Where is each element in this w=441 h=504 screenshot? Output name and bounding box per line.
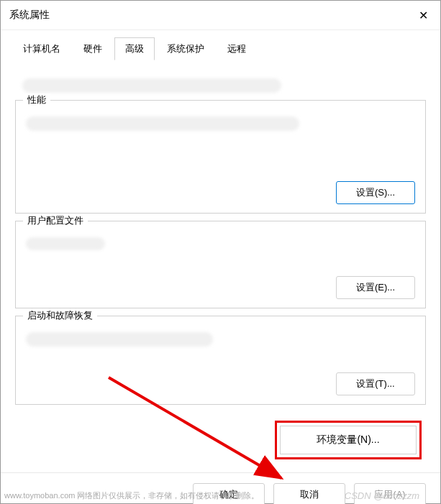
dialog-title: 系统属性: [9, 9, 50, 22]
user-profile-settings-button[interactable]: 设置(E)...: [336, 276, 415, 299]
environment-variables-button[interactable]: 环境变量(N)...: [280, 426, 417, 454]
group-startup-title: 启动和故障恢复: [23, 309, 97, 322]
tab-hardware[interactable]: 硬件: [73, 37, 113, 60]
watermark-right: CSDN @dcczzzm: [345, 490, 419, 501]
annotation-highlight-box: 环境变量(N)...: [275, 421, 422, 459]
redacted-text: [26, 237, 105, 250]
system-properties-dialog: 系统属性 ✕ 计算机名 硬件 高级 系统保护 远程 性能 设置(S)... 用户…: [0, 0, 441, 504]
group-user-profile-title: 用户配置文件: [23, 214, 88, 227]
group-user-profile: 用户配置文件 设置(E)...: [15, 221, 426, 308]
titlebar: 系统属性 ✕: [1, 1, 440, 30]
tab-content-advanced: 性能 设置(S)... 用户配置文件 设置(E)... 启动和故障恢复 设置(T…: [1, 61, 440, 459]
redacted-text: [26, 332, 213, 347]
redacted-text: [22, 78, 281, 93]
group-performance-title: 性能: [23, 93, 50, 106]
performance-settings-button[interactable]: 设置(S)...: [336, 181, 415, 204]
group-startup-recovery: 启动和故障恢复 设置(T)...: [15, 316, 426, 405]
tab-system-protection[interactable]: 系统保护: [156, 37, 215, 60]
tab-advanced[interactable]: 高级: [114, 37, 155, 60]
tab-computer-name[interactable]: 计算机名: [12, 37, 71, 60]
group-performance: 性能 设置(S)...: [15, 100, 426, 214]
startup-settings-button[interactable]: 设置(T)...: [336, 372, 415, 395]
watermark-left: www.toymoban.com 网络图片仅供展示，非存储，如有侵权请联系删除。: [4, 490, 259, 501]
close-icon[interactable]: ✕: [414, 6, 432, 24]
cancel-button[interactable]: 取消: [273, 483, 345, 504]
redacted-text: [26, 116, 299, 131]
tab-strip: 计算机名 硬件 高级 系统保护 远程: [1, 30, 440, 61]
tab-remote[interactable]: 远程: [217, 37, 257, 60]
